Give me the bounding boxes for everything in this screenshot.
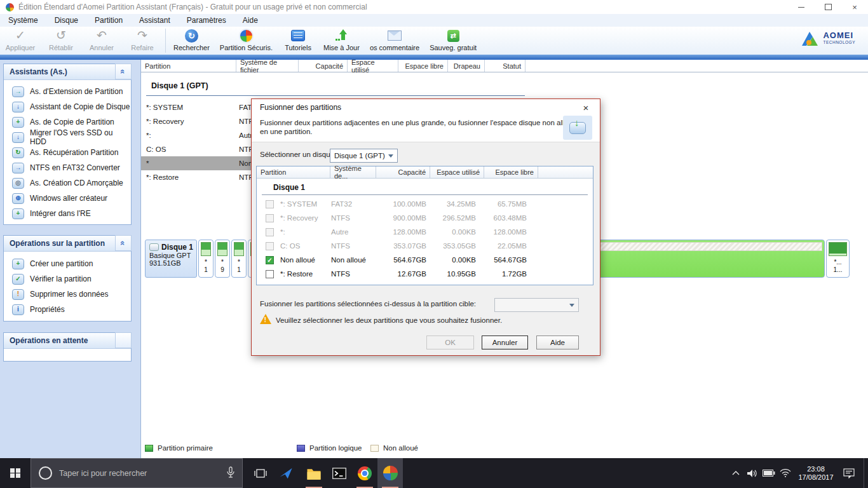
maximize-icon bbox=[825, 4, 832, 10]
partition-block-restore[interactable]: *...1... bbox=[826, 240, 850, 278]
menu-disque[interactable]: Disque bbox=[46, 16, 86, 25]
sidebar-item-extend-partition[interactable]: →As. d'Extension de Partition bbox=[4, 84, 131, 99]
desktop: Édition Étendard d'Aomei Partition Assis… bbox=[0, 0, 868, 488]
partition-block-recovery[interactable]: *9 bbox=[215, 240, 230, 278]
free-backup-button[interactable]: ⇄ Sauveg. gratuit bbox=[424, 27, 482, 51]
collapse-button[interactable] bbox=[115, 332, 132, 348]
update-button[interactable]: Mise à Jour bbox=[318, 27, 365, 51]
restore-button[interactable]: ↺ Rétablir bbox=[41, 27, 81, 51]
sidebar-item-properties[interactable]: iPropriétés bbox=[4, 302, 131, 317]
tutorials-icon bbox=[291, 30, 305, 41]
sidebar-item-partition-copy[interactable]: +As. de Copie de Partition bbox=[4, 114, 131, 130]
taskbar-search[interactable]: Taper ici pour rechercher bbox=[31, 458, 243, 488]
dialog-row-unallocated[interactable]: ✓ Non allouéNon alloué 564.67GB0.00KB564… bbox=[257, 253, 593, 267]
task-view-button[interactable] bbox=[248, 458, 273, 488]
sidebar-item-create-partition[interactable]: +Créer une partition bbox=[4, 256, 131, 271]
col-free-space[interactable]: Espace libre bbox=[398, 60, 448, 72]
checkbox-checked[interactable]: ✓ bbox=[266, 256, 274, 264]
panel-operations-title: Opérations sur la partition bbox=[10, 239, 105, 248]
sidebar-item-check-partition[interactable]: ✓Vérifier la partition bbox=[4, 271, 131, 287]
help-button[interactable]: Aide bbox=[536, 336, 579, 349]
col-status[interactable]: Statut bbox=[485, 60, 526, 72]
logical-color-swatch bbox=[297, 445, 305, 452]
minimize-icon bbox=[798, 7, 804, 8]
sidebar-item-migrate-os[interactable]: ↓Migrer l'OS vers SSD ou HDD bbox=[4, 130, 131, 145]
sidebar-item-wipe-data[interactable]: !Supprimer les données bbox=[4, 287, 131, 302]
action-center-button[interactable] bbox=[838, 458, 860, 488]
file-explorer-button[interactable] bbox=[301, 458, 327, 488]
undo-button[interactable]: ↶ Annuler bbox=[81, 27, 122, 51]
close-button[interactable]: × bbox=[841, 0, 868, 14]
menu-systeme[interactable]: Système bbox=[0, 16, 46, 25]
ok-button[interactable]: OK bbox=[426, 336, 474, 349]
tutorials-button[interactable]: Tutoriels bbox=[278, 27, 318, 51]
migrate-os-icon: ↓ bbox=[12, 132, 24, 143]
sidebar-item-partition-recovery[interactable]: ↻As. Récupération Partition bbox=[4, 145, 131, 160]
aomei-logo: AOMEI TECHNOLOGY bbox=[800, 27, 855, 47]
start-button[interactable] bbox=[0, 458, 31, 488]
chrome-button[interactable] bbox=[352, 458, 377, 488]
apply-button[interactable]: ✓ Appliquer bbox=[0, 27, 41, 51]
col-used-space[interactable]: Espace utilisé bbox=[348, 60, 398, 72]
minimize-button[interactable] bbox=[788, 0, 815, 14]
dialog-row-restore[interactable]: *: RestoreNTFS 12.67GB10.95GB1.72GB bbox=[257, 267, 593, 281]
search-button[interactable]: ↻ Rechercher bbox=[168, 27, 215, 51]
target-partition-dropdown[interactable] bbox=[494, 298, 579, 312]
usage-bar bbox=[217, 242, 227, 256]
secure-partition-button[interactable]: Partition Sécuris. bbox=[215, 27, 278, 51]
sidebar-item-windows-togo[interactable]: ⊕Windows aller créateur bbox=[4, 191, 131, 206]
accent-strip bbox=[0, 55, 868, 60]
menu-partition[interactable]: Partition bbox=[86, 16, 131, 25]
battery-icon[interactable] bbox=[761, 458, 777, 488]
warning-text: Veuillez sélectionner les deux partition… bbox=[276, 316, 502, 324]
redo-arrow-icon: ↷ bbox=[137, 29, 147, 43]
properties-icon: i bbox=[12, 304, 24, 315]
chevron-up-icon: « bbox=[118, 69, 128, 74]
collapse-button[interactable]: « bbox=[115, 64, 132, 79]
ntfs-fat32-icon: → bbox=[12, 163, 24, 173]
menu-parametres[interactable]: Paramètres bbox=[179, 16, 234, 25]
toolbar: ✓ Appliquer ↺ Rétablir ↶ Annuler ↷ Refai… bbox=[0, 27, 868, 55]
disk-info-box[interactable]: Disque 1 Basique GPT 931.51GB bbox=[145, 240, 197, 278]
panel-pending-operations: Opérations en attente bbox=[3, 332, 132, 362]
cancel-button[interactable]: Annuler bbox=[482, 336, 528, 349]
col-flag[interactable]: Drapeau bbox=[448, 60, 485, 72]
taskbar-app-blue[interactable] bbox=[273, 458, 299, 488]
toolbar-separator bbox=[165, 29, 166, 53]
collapse-button[interactable]: « bbox=[115, 235, 132, 251]
menu-aide[interactable]: Aide bbox=[234, 16, 266, 25]
volume-icon[interactable] bbox=[744, 458, 761, 488]
maximize-button[interactable] bbox=[815, 0, 841, 14]
terminal-button[interactable] bbox=[327, 458, 352, 488]
feedback-button[interactable]: os commentaire bbox=[365, 27, 424, 51]
taskbar-clock[interactable]: 23:08 17/08/2017 bbox=[794, 465, 838, 482]
tray-chevron-up[interactable] bbox=[728, 458, 744, 488]
usage-bar bbox=[201, 242, 211, 256]
sidebar-item-ntfs-fat32[interactable]: →NTFS en FAT32 Converter bbox=[4, 160, 131, 175]
sidebar-item-disk-copy[interactable]: ↓Assistant de Copie de Disque bbox=[4, 99, 131, 114]
restore-arrow-icon: ↺ bbox=[56, 29, 66, 43]
checkbox-disabled bbox=[266, 228, 274, 236]
redo-button[interactable]: ↷ Refaire bbox=[122, 27, 163, 51]
dialog-close-button[interactable]: × bbox=[577, 101, 595, 114]
partition-table-header: Partition Système de fichier Capacité Es… bbox=[141, 60, 868, 72]
wifi-icon[interactable] bbox=[777, 458, 794, 488]
merge-partitions-dialog: Fusionner des partitions × Fusionner deu… bbox=[251, 98, 600, 356]
partition-block-system[interactable]: *1 bbox=[198, 240, 214, 278]
col-filesystem[interactable]: Système de fichier bbox=[236, 60, 299, 72]
col-partition[interactable]: Partition bbox=[141, 60, 236, 72]
primary-color-swatch bbox=[145, 445, 153, 452]
menu-assistant[interactable]: Assistant bbox=[131, 16, 179, 25]
sidebar-item-integrate-re[interactable]: +Intégrer dans l'RE bbox=[4, 206, 131, 221]
show-desktop-button[interactable] bbox=[864, 458, 868, 488]
legend: Partition primaire Partition logique Non… bbox=[141, 444, 868, 456]
partition-block-msr[interactable]: *1 bbox=[231, 240, 247, 278]
undo-arrow-icon: ↶ bbox=[97, 29, 107, 43]
checkbox-unchecked[interactable] bbox=[266, 270, 274, 278]
microphone-icon[interactable] bbox=[226, 466, 236, 482]
integrate-re-icon: + bbox=[12, 208, 24, 219]
sidebar-item-bootable-cd[interactable]: ◎As. Création CD Amorçable bbox=[4, 175, 131, 191]
aomei-taskbar-button[interactable] bbox=[377, 458, 403, 488]
disk-select-dropdown[interactable]: Disque 1 (GPT) bbox=[330, 149, 398, 163]
col-capacity[interactable]: Capacité bbox=[299, 60, 348, 72]
